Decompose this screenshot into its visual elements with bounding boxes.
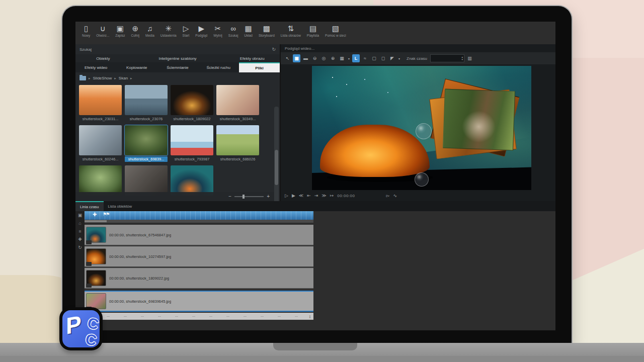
toolbar-button-save[interactable]: ▣Zapisz	[113, 24, 127, 37]
tab-copying[interactable]: Kopiowanie	[116, 62, 157, 72]
tab-dimming[interactable]: Ściemnianie	[157, 62, 198, 72]
snap-icon[interactable]: L	[352, 54, 360, 62]
timeline-track[interactable]: 00:00:00, shutterstock_67546847.jpg	[85, 225, 313, 246]
layers-icon[interactable]: ▬	[302, 54, 309, 62]
add-tool-icon[interactable]: ✚	[78, 237, 82, 242]
file-cell[interactable]: shutterstock_30349...	[215, 84, 260, 124]
loop-tool-icon[interactable]: ↻	[78, 245, 82, 250]
toolbar-label: Podgląd	[195, 34, 207, 37]
toolbar-button-open[interactable]: ∪Otwórz...	[94, 24, 112, 37]
tab-objects[interactable]: Obiekty	[75, 54, 131, 62]
toolbar-label: Media	[145, 34, 154, 37]
file-cell[interactable]: shutterstock_23076	[124, 84, 169, 124]
timeline-ruler[interactable]: ✚ ⚑⚑	[85, 211, 313, 220]
file-cell-selected[interactable]: shutterstock_69839...	[124, 124, 169, 164]
file-cell[interactable]: shutterstock_793987	[170, 124, 214, 164]
zoom-slider-handle[interactable]	[243, 195, 245, 199]
tracks-tool-icon[interactable]: ≡	[78, 229, 81, 234]
add-marker-icon[interactable]: ✚	[93, 212, 97, 217]
spinner-down-icon[interactable]: ▾	[461, 58, 463, 61]
flag-markers-icon[interactable]: ⚑⚑	[103, 212, 109, 217]
breadcrumb-separator: ▸	[114, 76, 116, 80]
zoom-in-button[interactable]: +	[267, 194, 270, 199]
toolbar-button-online-help[interactable]: ▧Pomoc w sieci	[323, 24, 349, 37]
breadcrumb-folder[interactable]: Skan	[119, 76, 128, 80]
forward-icon[interactable]: ≫	[321, 193, 326, 198]
safe-area-icon[interactable]: ◻	[379, 54, 387, 62]
file-name: shutterstock_686026	[216, 156, 259, 162]
home-tool-icon[interactable]: ⌂	[78, 221, 81, 226]
tab-object-list[interactable]: Lista obiektów	[104, 201, 137, 211]
file-cell[interactable]: shutterstock_1809022	[170, 84, 214, 124]
browser-scrollbar-handle[interactable]	[275, 150, 278, 185]
toolbar-button-storyboard[interactable]: ▩Storyboard	[256, 24, 277, 37]
corner-icon[interactable]: ◤	[388, 54, 396, 62]
rewind-icon[interactable]: ≪	[299, 193, 303, 198]
toolbar-button-start[interactable]: ▷Start	[180, 24, 192, 37]
zoom-out-button[interactable]: −	[228, 194, 231, 199]
anchor-icon[interactable]: ↨	[309, 314, 313, 319]
tab-video-effects[interactable]: Efekty wideo	[75, 62, 116, 72]
wave-toggle-icon[interactable]: ∿	[393, 193, 397, 198]
display-icon[interactable]: ▥	[466, 54, 473, 62]
zoom-reset-icon[interactable]: ◎	[320, 54, 328, 62]
file-cell[interactable]: shutterstock_60246...	[78, 124, 123, 164]
playlist-icon: ▤	[309, 24, 316, 33]
online-help-icon: ▧	[332, 24, 339, 33]
clip-thumbnail	[86, 248, 106, 264]
toolbar-button-settings[interactable]: ✳Ustawienia	[158, 24, 179, 37]
toolbar-button-playlist[interactable]: ▤Playlista	[304, 24, 321, 37]
tab-files[interactable]: Pliki	[239, 62, 280, 72]
wave-icon[interactable]: ≈	[361, 54, 369, 62]
tab-motion-paths[interactable]: Ścieżki ruchu	[198, 62, 239, 72]
chevron-down-icon[interactable]: ▾	[347, 54, 351, 62]
file-name: shutterstock_1809022	[171, 116, 213, 122]
zoom-slider[interactable]	[234, 196, 264, 197]
play-icon[interactable]: ▶	[292, 193, 295, 198]
zoom-out-icon[interactable]: ⊖	[311, 54, 318, 62]
timeline-track[interactable]: 00:00:00, shutterstock_1809022.jpg	[85, 268, 313, 289]
thumbnail-zoom-bar: − +	[75, 192, 274, 201]
storyboard-icon: ▩	[263, 24, 270, 33]
settings-icon: ✳	[165, 24, 172, 33]
toolbar-button-layout[interactable]: ▦Układ	[242, 24, 255, 37]
file-cell[interactable]: shutterstock_686026	[215, 124, 260, 164]
tab-image-effects[interactable]: Efekty obrazu	[224, 54, 280, 62]
timeline-horizontal-scrollbar[interactable]: ↨	[85, 313, 313, 320]
laptop-base-edge	[0, 356, 644, 362]
cursor-icon[interactable]: ↖	[284, 54, 291, 62]
timeline-track-selected[interactable]: 00:00:00, shutterstock_69839645.jpg	[85, 291, 313, 312]
preview-viewport[interactable]	[312, 66, 531, 190]
spinner-arrows[interactable]: ▴▾	[461, 56, 464, 61]
previous-frame-icon[interactable]: ⇤	[307, 193, 311, 198]
play-outline-icon[interactable]: ▷	[285, 193, 288, 198]
tab-smart-templates[interactable]: Inteligentne szablony	[131, 54, 225, 62]
marker-icon[interactable]: ▻	[386, 193, 389, 198]
toolbar-button-new[interactable]: ▯Nowy	[79, 24, 93, 37]
go-to-end-icon[interactable]: ↦	[330, 193, 334, 198]
grid-icon[interactable]: ▦	[338, 54, 346, 62]
selection-icon[interactable]: ▣	[293, 54, 300, 62]
toolbar-button-image-list[interactable]: ⇅Lista obrazów	[278, 24, 303, 37]
toolbar-button-undo[interactable]: ⊕Cofnij	[128, 24, 142, 37]
timeline-panel: Linia czasu Lista obiektów ▣ ⌂ ≡ ✚ ↻ ✚ ⚑…	[75, 201, 555, 330]
timeline-scroll-strip[interactable]	[85, 220, 313, 223]
tab-timeline[interactable]: Linia czasu	[75, 201, 104, 211]
timeline-scroll-handle[interactable]	[85, 220, 107, 222]
select-tool-icon[interactable]: ▣	[78, 213, 83, 218]
chevron-down-icon[interactable]: ▾	[397, 54, 401, 62]
breadcrumb-root[interactable]: SlideShow	[93, 76, 112, 80]
toolbar-button-cut[interactable]: ✂Wytnij	[211, 24, 225, 37]
file-cell[interactable]: shutterstock_23031...	[78, 84, 123, 124]
main-toolbar: ▯Nowy ∪Otwórz... ▣Zapisz ⊕Cofnij ♫Media …	[75, 22, 555, 44]
toolbar-button-preview[interactable]: ▶Podgląd	[193, 24, 210, 37]
refresh-icon[interactable]: ↻	[272, 47, 276, 52]
frame-icon[interactable]: ▢	[370, 54, 378, 62]
timeline-track[interactable]: 00:00:00, shutterstock_10274597.jpg	[85, 246, 313, 267]
browser-scrollbar[interactable]	[274, 107, 279, 213]
toolbar-button-media[interactable]: ♫Media	[143, 24, 157, 37]
timestamp-spinner[interactable]: ▴▾	[430, 54, 464, 62]
toolbar-button-search[interactable]: ∞Szukaj	[226, 24, 241, 37]
zoom-in-icon[interactable]: ⊕	[329, 54, 337, 62]
next-frame-icon[interactable]: ⇥	[314, 193, 318, 198]
